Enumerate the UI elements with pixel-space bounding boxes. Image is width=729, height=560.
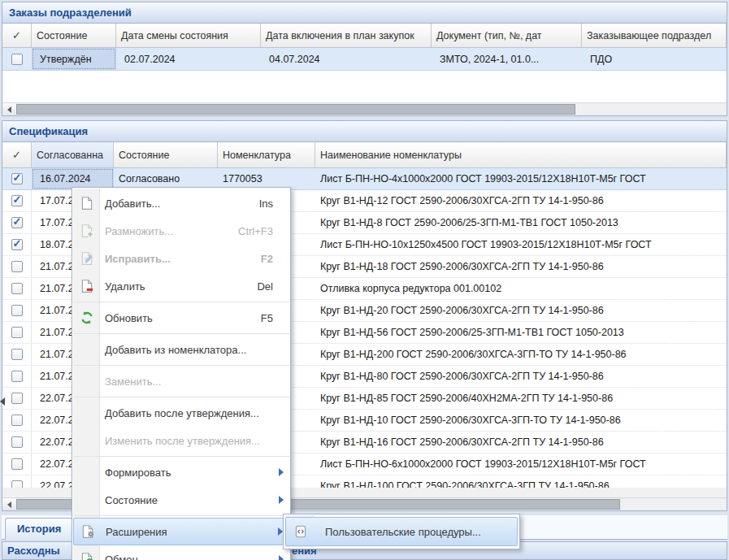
menu-item[interactable]: ОбновитьF5 [73, 304, 289, 332]
spec-scroll-left-button[interactable] [2, 498, 15, 510]
spec-row-name-cell[interactable]: Лист Б-ПН-НО-4х1000х2000 ГОСТ 19903-2015… [315, 168, 727, 189]
spec-row-name-cell[interactable]: Круг В1-НД-18 ГОСТ 2590-2006/30ХГСА-2ГП … [315, 256, 727, 277]
orders-row-document-cell[interactable]: ЗМТО, 2024-1, 01.0... [432, 48, 582, 70]
spec-row-checkbox-cell[interactable] [2, 168, 32, 189]
spec-row-checkbox-cell[interactable] [2, 190, 32, 211]
menu-item[interactable]: УдалитьDel [73, 272, 289, 300]
spec-row-name-cell[interactable]: Круг В1-НД-56 ГОСТ 2590-2006/25-3ГП-М1-Т… [315, 322, 727, 343]
orders-col-state[interactable]: Состояние [32, 24, 116, 47]
spec-check-all-header[interactable]: ✓ [2, 142, 32, 167]
spec-row-checkbox[interactable] [11, 261, 23, 272]
spec-row-checkbox[interactable] [11, 393, 23, 404]
spec-row-checkbox[interactable] [11, 458, 23, 470]
tab-history[interactable]: История [5, 518, 73, 540]
spec-row-name-cell[interactable]: Круг В1-НД-12 ГОСТ 2590-2006/30ХГСА-2ГП … [315, 190, 727, 211]
menu-item[interactable]: Исправить...F2 [73, 245, 289, 272]
menu-item[interactable]: Пользовательские процедуры... [285, 517, 518, 546]
spec-row-name-cell[interactable]: Круг В1-НД-16 ГОСТ 2590-2006/30ХГСА-2ГП … [315, 432, 727, 453]
menu-item-label: Формировать [105, 467, 171, 479]
menu-separator [73, 302, 289, 302]
menu-item-label: Пользовательские процедуры... [325, 526, 481, 538]
spec-row-checkbox-cell[interactable] [2, 212, 32, 233]
menu-separator [73, 515, 289, 516]
spec-row-checkbox[interactable] [11, 305, 23, 316]
orders-row-state-cell[interactable]: Утверждён [32, 48, 116, 70]
orders-row-department-cell[interactable]: ПДО [582, 48, 727, 70]
menu-item-label: Добавить из номенклатора... [105, 344, 246, 356]
page-minus-icon [80, 279, 94, 293]
spec-row-checkbox-cell[interactable] [2, 454, 32, 475]
orders-col-department[interactable]: Заказывающее подраздел [582, 24, 727, 47]
orders-scrollbar-thumb[interactable] [16, 104, 575, 115]
orders-row-state-date-cell[interactable]: 02.07.2024 [116, 48, 261, 70]
spec-row-name-cell[interactable]: Круг В1-НД-8 ГОСТ 2590-2006/25-3ГП-М1-ТВ… [315, 212, 727, 233]
spec-col-agreed-date[interactable]: Согласованна [32, 142, 114, 167]
spec-row-checkbox[interactable] [11, 436, 23, 448]
orders-check-all-header[interactable]: ✓ [2, 24, 32, 47]
spec-row-checkbox[interactable] [11, 349, 23, 360]
spec-row-checkbox-cell[interactable] [2, 475, 32, 488]
menu-item[interactable]: Добавить после утверждения... [73, 399, 289, 427]
spec-row-checkbox-cell[interactable] [2, 322, 32, 343]
spec-row-checkbox-cell[interactable] [2, 410, 32, 431]
spec-row-checkbox[interactable] [11, 173, 23, 184]
spec-col-nomenclature[interactable]: Номенклатура [218, 142, 315, 167]
spec-row-name-cell[interactable]: Круг В1-НД-20 ГОСТ 2590-2006/30ХГСА-2ГП … [315, 300, 727, 321]
spec-column-header: ✓ Согласованна Состояние Номенклатура На… [2, 142, 727, 168]
orders-scroll-left-button[interactable] [2, 103, 15, 115]
spec-row-checkbox-cell[interactable] [2, 432, 32, 453]
orders-col-document[interactable]: Документ (тип, №, дат [432, 24, 582, 47]
spec-row-checkbox[interactable] [11, 195, 23, 206]
spec-row-checkbox[interactable] [11, 283, 23, 294]
spec-row-checkbox-cell[interactable] [2, 300, 32, 321]
menu-item-label: Обновить [105, 312, 153, 324]
menu-item-label: Размножить... [105, 225, 173, 237]
spec-row-checkbox[interactable] [11, 480, 23, 488]
spec-row-name-cell[interactable]: Отливка корпуса редуктора 001.00102 [315, 278, 727, 299]
menu-separator [73, 397, 289, 397]
spec-row-name-cell[interactable]: Лист Б-ПН-НО-6х1000х2000 ГОСТ 19903-2015… [315, 454, 727, 475]
menu-item-label: Изменить после утверждения... [105, 435, 260, 447]
spec-row-checkbox[interactable] [11, 371, 23, 382]
spec-row-checkbox-cell[interactable] [2, 234, 32, 255]
spec-row-name-cell[interactable]: Круг В1-НД-10 ГОСТ 2590-2006/30ХГСА-3ГП-… [315, 410, 727, 431]
orders-row-plan-date-cell[interactable]: 04.07.2024 [261, 48, 432, 70]
orders-col-plan-date[interactable]: Дата включения в план закупок [261, 24, 432, 47]
spec-row-checkbox-cell[interactable] [2, 256, 32, 277]
orders-row-checkbox-cell[interactable] [2, 48, 32, 70]
spec-col-state[interactable]: Состояние [114, 142, 218, 167]
spec-row-checkbox-cell[interactable] [2, 344, 32, 365]
spec-row-name-cell[interactable]: Круг В1-НД-85 ГОСТ 2590-2006/40ХН2МА-2ГП… [315, 388, 727, 409]
menu-item-shortcut: F5 [261, 312, 273, 324]
orders-panel: Заказы подразделений ✓ Состояние Дата см… [2, 2, 727, 116]
spec-row-checkbox[interactable] [11, 415, 23, 426]
spec-row-checkbox[interactable] [11, 327, 23, 338]
orders-horizontal-scrollbar[interactable] [2, 102, 727, 115]
spec-row-checkbox-cell[interactable] [2, 278, 32, 299]
spec-row-name-cell[interactable]: Круг В1-НД-100 ГОСТ 2590-2006/30ХГСА-3ГП… [315, 475, 727, 488]
menu-item[interactable]: Формировать [73, 458, 289, 486]
menu-item[interactable]: Обмен [73, 545, 289, 560]
menu-item-shortcut: Ctrl+F3 [238, 225, 273, 237]
menu-item[interactable]: Заменить... [73, 367, 289, 395]
spec-row-name-cell[interactable]: Круг В1-НД-80 ГОСТ 2590-2006/30ХГСА-2ГП … [315, 366, 727, 387]
menu-item[interactable]: Изменить после утверждения... [73, 427, 289, 454]
spec-row-name-cell[interactable]: Лист Б-ПН-НО-10х1250х4500 ГОСТ 19903-201… [315, 234, 727, 255]
orders-col-state-date[interactable]: Дата смены состояния [116, 24, 261, 47]
submenu-items: Пользовательские процедуры... [285, 517, 518, 546]
splitter-collapse-button[interactable] [0, 393, 7, 410]
menu-item[interactable]: Добавить...Ins [73, 189, 289, 217]
menu-item[interactable]: Расширения [73, 518, 289, 545]
orders-row-checkbox[interactable] [11, 54, 23, 65]
spec-row-checkbox[interactable] [11, 217, 23, 228]
spec-col-name[interactable]: Наименование номенклатуры [315, 142, 727, 167]
spec-row-checkbox-cell[interactable] [2, 366, 32, 387]
orders-row[interactable]: Утверждён 02.07.2024 04.07.2024 ЗМТО, 20… [2, 48, 727, 71]
menu-item[interactable]: Добавить из номенклатора... [73, 336, 289, 363]
menu-item-label: Заменить... [105, 376, 161, 388]
menu-item[interactable]: Состояние [73, 486, 289, 514]
spec-row-checkbox[interactable] [11, 239, 23, 250]
menu-item[interactable]: Размножить...Ctrl+F3 [73, 217, 289, 245]
spec-row-name-cell[interactable]: Круг В1-НД-200 ГОСТ 2590-2006/30ХГСА-3ГП… [315, 344, 727, 365]
menu-item-label: Состояние [105, 494, 158, 506]
